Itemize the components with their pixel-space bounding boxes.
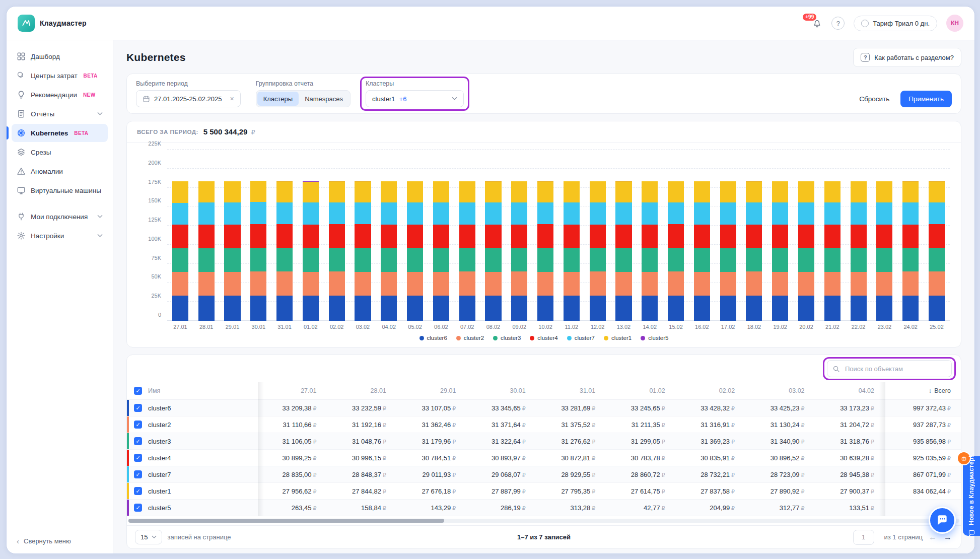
chart-bar-29.01[interactable] — [220, 150, 246, 321]
bar-segment-cluster6[interactable] — [537, 296, 553, 321]
select-all-checkbox[interactable]: ✓ — [134, 387, 142, 395]
bar-segment-cluster6[interactable] — [381, 296, 397, 321]
chart-bar-28.01[interactable] — [193, 150, 220, 321]
bar-segment-cluster2[interactable] — [694, 272, 710, 296]
bar-segment-cluster6[interactable] — [902, 296, 919, 321]
bar-segment-cluster7[interactable] — [198, 202, 215, 225]
plan-pill[interactable]: Тариф Триал 0 дн. — [854, 16, 937, 31]
bar-segment-cluster7[interactable] — [537, 202, 553, 225]
bar-segment-cluster4[interactable] — [485, 225, 501, 248]
bar-segment-cluster3[interactable] — [720, 248, 736, 272]
bar-segment-cluster6[interactable] — [772, 296, 788, 321]
chart-bar-22.02[interactable] — [846, 150, 872, 321]
legend-item-cluster6[interactable]: cluster6 — [419, 335, 447, 341]
bar-segment-cluster2[interactable] — [329, 271, 345, 295]
table-row-cluster3[interactable]: ✓ cluster3 31 106,05₽31 048,76₽31 179,96… — [127, 433, 961, 450]
column-header-date[interactable]: 29.01 — [397, 387, 467, 394]
bar-segment-cluster7[interactable] — [433, 202, 449, 225]
bar-segment-cluster6[interactable] — [459, 296, 475, 321]
bar-segment-cluster3[interactable] — [876, 248, 892, 271]
bar-segment-cluster7[interactable] — [355, 202, 371, 224]
bar-segment-cluster1[interactable] — [485, 181, 501, 202]
bar-segment-cluster6[interactable] — [876, 296, 892, 321]
column-header-date[interactable]: 30.01 — [467, 387, 536, 394]
bar-segment-cluster4[interactable] — [746, 225, 762, 248]
bar-segment-cluster4[interactable] — [355, 224, 371, 248]
bar-segment-cluster1[interactable] — [590, 181, 606, 202]
row-checkbox[interactable]: ✓ — [134, 487, 142, 495]
bar-segment-cluster2[interactable] — [198, 272, 215, 296]
bar-segment-cluster4[interactable] — [511, 225, 527, 248]
bar-segment-cluster7[interactable] — [407, 202, 423, 225]
bar-segment-cluster1[interactable] — [250, 181, 266, 202]
bar-segment-cluster4[interactable] — [876, 225, 892, 248]
bar-segment-cluster7[interactable] — [668, 202, 684, 225]
bar-segment-cluster3[interactable] — [407, 248, 423, 271]
table-row-cluster1[interactable]: ✓ cluster1 27 956,62₽27 844,82₽27 676,18… — [127, 483, 961, 500]
bar-segment-cluster4[interactable] — [929, 224, 945, 248]
bar-segment-cluster1[interactable] — [407, 181, 423, 202]
bar-segment-cluster6[interactable] — [824, 296, 841, 321]
bar-segment-cluster1[interactable] — [668, 181, 684, 202]
bar-segment-cluster3[interactable] — [381, 248, 397, 271]
chart-bar-12.02[interactable] — [585, 150, 611, 321]
bar-segment-cluster7[interactable] — [511, 202, 527, 225]
bar-segment-cluster7[interactable] — [772, 202, 788, 225]
chart-bar-14.02[interactable] — [637, 150, 663, 321]
bar-segment-cluster2[interactable] — [224, 272, 240, 296]
bar-segment-cluster4[interactable] — [172, 225, 188, 248]
bar-segment-cluster4[interactable] — [276, 224, 293, 248]
bar-segment-cluster2[interactable] — [720, 272, 736, 296]
bar-segment-cluster3[interactable] — [433, 248, 449, 272]
bar-segment-cluster6[interactable] — [798, 296, 814, 321]
bar-segment-cluster3[interactable] — [250, 248, 266, 271]
bar-segment-cluster6[interactable] — [485, 296, 501, 321]
row-checkbox[interactable]: ✓ — [134, 421, 142, 429]
chart-bar-18.02[interactable] — [741, 150, 767, 321]
bar-segment-cluster3[interactable] — [746, 248, 762, 271]
bar-segment-cluster4[interactable] — [407, 225, 423, 248]
row-checkbox[interactable]: ✓ — [134, 454, 142, 462]
chart-bar-21.02[interactable] — [819, 150, 846, 321]
bar-segment-cluster3[interactable] — [198, 248, 215, 272]
collapse-menu-button[interactable]: ‹ Свернуть меню — [7, 529, 113, 553]
bar-segment-cluster3[interactable] — [355, 248, 371, 271]
bar-segment-cluster1[interactable] — [564, 181, 580, 202]
bar-segment-cluster1[interactable] — [642, 181, 658, 202]
bar-segment-cluster1[interactable] — [824, 181, 841, 202]
bar-segment-cluster1[interactable] — [876, 181, 892, 202]
bar-segment-cluster7[interactable] — [746, 202, 762, 225]
bar-segment-cluster3[interactable] — [564, 248, 580, 271]
bar-segment-cluster2[interactable] — [250, 271, 266, 295]
bar-segment-cluster7[interactable] — [459, 202, 475, 225]
chart-bar-07.02[interactable] — [454, 150, 480, 321]
chart-bar-24.02[interactable] — [897, 150, 924, 321]
bar-segment-cluster6[interactable] — [224, 296, 240, 321]
column-header-date[interactable]: 01.02 — [606, 387, 676, 394]
bar-segment-cluster3[interactable] — [172, 248, 188, 272]
legend-item-cluster7[interactable]: cluster7 — [567, 335, 595, 341]
bar-segment-cluster3[interactable] — [303, 248, 319, 271]
legend-item-cluster1[interactable]: cluster1 — [604, 335, 632, 341]
bar-segment-cluster2[interactable] — [407, 272, 423, 296]
bar-segment-cluster4[interactable] — [694, 225, 710, 248]
page-input[interactable]: 1 — [853, 530, 874, 545]
bar-segment-cluster4[interactable] — [303, 225, 319, 248]
bar-segment-cluster7[interactable] — [824, 202, 841, 225]
bar-segment-cluster7[interactable] — [224, 202, 240, 225]
bar-segment-cluster4[interactable] — [668, 224, 684, 248]
bar-segment-cluster4[interactable] — [381, 225, 397, 248]
bar-segment-cluster3[interactable] — [694, 248, 710, 271]
bar-segment-cluster1[interactable] — [929, 181, 945, 202]
bar-segment-cluster6[interactable] — [668, 296, 684, 321]
column-header-date[interactable]: 04.02 — [816, 387, 885, 394]
bar-segment-cluster4[interactable] — [720, 225, 736, 248]
row-checkbox[interactable]: ✓ — [134, 404, 142, 412]
column-header-date[interactable]: 03.02 — [746, 387, 815, 394]
help-button[interactable]: ? — [831, 17, 845, 30]
bar-segment-cluster1[interactable] — [355, 181, 371, 202]
bar-segment-cluster6[interactable] — [172, 296, 188, 321]
bar-segment-cluster7[interactable] — [798, 202, 814, 225]
legend-item-cluster5[interactable]: cluster5 — [641, 335, 668, 341]
bar-segment-cluster3[interactable] — [590, 248, 606, 271]
